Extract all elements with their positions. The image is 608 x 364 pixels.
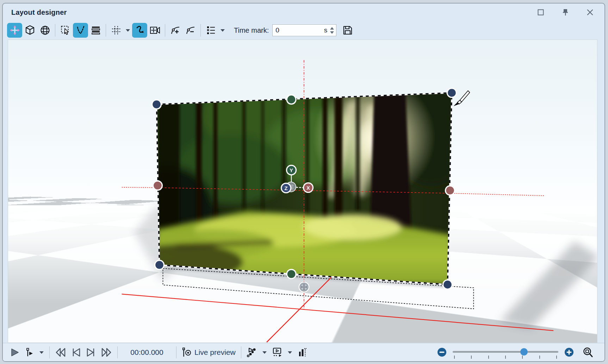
titlebar: Layout designer [3,4,604,21]
pin-icon [562,8,569,16]
select-object-button[interactable] [58,23,73,38]
move-tool-icon [9,25,20,36]
handle-mid-right[interactable] [446,186,455,195]
cube-3d-button[interactable] [22,23,37,38]
floor-axis-x-line [122,294,554,331]
move-tool-button[interactable] [7,23,22,38]
s-curve-icon [134,25,145,36]
canvas-overlay: Y Z X [8,40,597,343]
time-mark-input[interactable] [275,26,307,34]
stats-bars-icon [297,347,307,358]
zoom-slider[interactable] [453,347,558,358]
handle-top-right[interactable] [447,88,457,98]
next-frame-button[interactable] [83,345,98,359]
time-mark-unit: s [324,26,330,34]
fast-forward-button[interactable] [98,345,114,359]
zoom-controls [435,345,596,359]
handle-bottom-right[interactable] [443,280,452,289]
globe-button[interactable] [37,23,52,38]
pin-button[interactable] [560,7,571,18]
frame-preview-dropdown[interactable] [285,345,295,359]
handle-bottom-left[interactable] [155,261,164,270]
grid-button[interactable] [108,23,124,38]
save-icon [342,25,353,36]
time-mark-label: Time mark: [234,26,269,34]
select-rect-icon [60,25,71,36]
s-curve-button[interactable] [132,23,147,38]
rewind-button[interactable] [52,345,69,359]
gizmo-y-label: Y [290,167,293,173]
camera-move-icon [149,25,161,36]
grid-options-dropdown[interactable] [124,23,132,38]
horizontal-guide-right [450,193,545,196]
zoom-out-button[interactable] [435,345,449,359]
time-mark-field: s [272,24,336,36]
window-title: Layout designer [11,8,67,17]
object-list-button[interactable] [203,23,218,38]
play-options-dropdown[interactable] [37,345,46,359]
maximize-button[interactable] [535,7,546,18]
handle-bottom-center[interactable] [287,269,296,278]
stats-button[interactable] [295,345,310,359]
close-button[interactable] [585,7,595,18]
depth-sphere-handle[interactable] [299,282,309,292]
layout-designer-window: Layout designer [2,3,605,362]
camera-move-button[interactable] [147,23,162,38]
layout-canvas[interactable]: Y Z X [8,39,597,343]
chevron-down-icon [262,351,267,354]
previous-frame-icon [71,348,81,357]
zoom-out-icon [437,347,447,357]
gizmo-x-label: X [306,185,310,191]
zoom-slider-track[interactable] [453,351,558,353]
play-from-marker-button[interactable] [22,345,37,359]
add-keyframe-button[interactable] [168,23,183,38]
layers-button[interactable] [88,23,103,38]
next-frame-icon [86,348,96,357]
frame-preview-button[interactable] [269,345,285,359]
toolbar: Time mark: s [3,21,604,39]
previous-frame-button[interactable] [69,345,83,359]
timecode-display: 00:00.000 [120,348,173,357]
chevron-down-icon [125,29,130,32]
fast-forward-icon [101,348,112,357]
zoom-in-icon [564,347,574,357]
handle-mid-left[interactable] [153,181,162,190]
zoom-slider-thumb[interactable] [520,348,528,356]
dashed-curve-icon [75,25,86,36]
frame-preview-icon [272,347,283,358]
object-list-icon [205,25,217,36]
live-preview-label: Live preview [194,348,236,357]
live-preview-eye-icon [182,347,192,358]
keyframe-remove-icon [185,25,196,36]
motion-path-button[interactable] [244,345,260,359]
handle-top-center[interactable] [287,95,296,104]
save-layout-button[interactable] [340,23,355,38]
gizmo-z-handle[interactable]: Z [281,183,291,193]
zoom-fit-button[interactable] [580,345,596,359]
cube-3d-icon [24,25,36,36]
zoom-slider-ticks [454,356,557,359]
transport-bar: 00:00.000 Live preview [3,343,604,361]
spinner-down-icon[interactable] [330,31,334,34]
zoom-in-button[interactable] [562,345,576,359]
remove-keyframe-button[interactable] [183,23,198,38]
grid-icon [111,25,122,36]
rewind-icon [55,348,66,357]
keyframe-add-icon [170,25,181,36]
motion-path-dropdown[interactable] [260,345,269,359]
zoom-fit-icon [582,347,594,358]
chevron-down-icon [220,29,225,32]
horizontal-guide-left [122,187,158,188]
object-list-dropdown[interactable] [218,23,227,38]
play-button[interactable] [8,345,22,359]
spinner-up-icon[interactable] [330,27,334,30]
dashed-curve-button[interactable] [73,23,88,38]
gizmo-x-handle[interactable]: X [303,183,313,193]
play-icon [10,348,19,357]
play-from-marker-icon [24,347,34,357]
maximize-icon [537,9,544,16]
gizmo-y-handle[interactable]: Y [287,165,296,175]
live-preview-toggle[interactable]: Live preview [179,345,238,359]
forest-image-object[interactable] [124,67,474,285]
handle-top-left[interactable] [152,100,161,109]
